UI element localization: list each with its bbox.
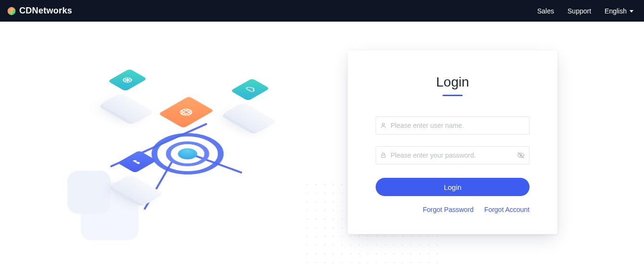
svg-rect-6 bbox=[381, 155, 385, 157]
eye-off-icon bbox=[517, 151, 525, 159]
password-input[interactable] bbox=[376, 146, 530, 164]
login-button[interactable]: Login bbox=[376, 178, 530, 196]
password-field-wrap bbox=[376, 146, 530, 164]
nav-sales-label: Sales bbox=[537, 7, 554, 15]
nav-sales[interactable]: Sales bbox=[537, 7, 554, 15]
lock-icon bbox=[380, 152, 387, 159]
username-input[interactable] bbox=[376, 116, 530, 135]
forgot-account-link[interactable]: Forgot Account bbox=[484, 206, 530, 213]
svg-point-2 bbox=[178, 108, 194, 116]
username-field-wrap bbox=[376, 116, 530, 135]
main-area: Login Login Forgot Password Forgot Accou… bbox=[0, 22, 644, 273]
login-card: Login Login Forgot Password Forgot Accou… bbox=[348, 50, 557, 234]
chevron-down-icon bbox=[630, 10, 633, 12]
brand-name: CDNetworks bbox=[19, 6, 72, 16]
title-underline bbox=[442, 95, 463, 96]
top-nav: CDNetworks Sales Support English bbox=[0, 0, 644, 22]
nav-support[interactable]: Support bbox=[568, 7, 591, 15]
forgot-password-link[interactable]: Forgot Password bbox=[423, 206, 474, 213]
aux-links: Forgot Password Forgot Account bbox=[376, 206, 530, 213]
login-title: Login bbox=[376, 74, 530, 90]
hero-illustration bbox=[67, 65, 289, 257]
user-icon bbox=[380, 122, 387, 129]
brand-logo-icon bbox=[7, 6, 16, 16]
nav-language-dropdown[interactable]: English bbox=[605, 7, 633, 15]
nav-support-label: Support bbox=[568, 7, 591, 15]
nav-language-label: English bbox=[605, 7, 627, 15]
svg-point-0 bbox=[8, 7, 16, 15]
brand[interactable]: CDNetworks bbox=[7, 6, 72, 16]
svg-point-5 bbox=[382, 123, 385, 125]
toggle-password-visibility[interactable] bbox=[517, 151, 525, 159]
